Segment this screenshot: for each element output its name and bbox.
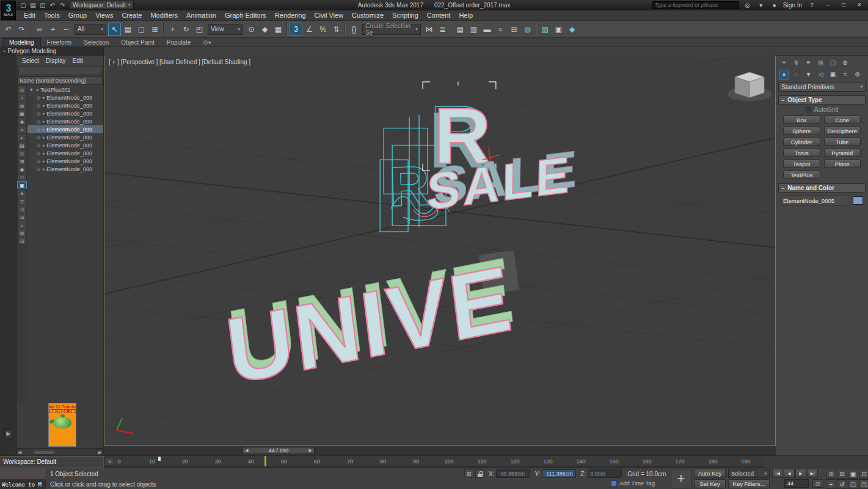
search-tools-icon[interactable]: ◎ xyxy=(743,1,753,9)
explorer-tool-icon-16[interactable]: ⊡ xyxy=(17,213,27,221)
help-search-input[interactable] xyxy=(655,2,737,8)
explorer-tool-icon-7[interactable]: ▤ xyxy=(17,141,27,150)
scroll-left-icon[interactable]: ◀ xyxy=(16,449,23,455)
select-and-link-icon[interactable]: ∞ xyxy=(33,23,46,36)
tree-row[interactable]: ◎●ElementNode_000 xyxy=(27,94,103,101)
menu-edit[interactable]: Edit xyxy=(20,12,40,19)
helpers-category-icon[interactable]: ▣ xyxy=(828,70,838,79)
torus-button[interactable]: Torus xyxy=(783,149,820,157)
tree-row[interactable]: ◎●ElementNode_000 xyxy=(27,117,103,125)
menu-views[interactable]: Views xyxy=(91,12,117,19)
help-icon[interactable]: ? xyxy=(806,1,818,9)
toggle-ribbon-icon[interactable]: ▬ xyxy=(481,23,494,36)
explorer-tool-icon-10[interactable]: ◉ xyxy=(17,165,27,174)
visibility-icon[interactable]: ◎ xyxy=(37,127,40,132)
visibility-icon[interactable]: ◎ xyxy=(37,135,40,140)
tree-row[interactable]: ◎●ElementNode_000 xyxy=(27,149,103,157)
geometry-type-dropdown[interactable]: Standard Primitives ▾ xyxy=(778,82,866,92)
angle-snap-icon[interactable]: ∠ xyxy=(303,23,316,36)
mirror-icon[interactable]: ⋈ xyxy=(423,23,436,36)
workspace-status-chip[interactable]: Workspace: Default xyxy=(0,456,104,468)
visibility-icon[interactable]: ◎ xyxy=(37,119,40,124)
sign-in-link[interactable]: Sign In xyxy=(783,2,802,9)
lights-category-icon[interactable]: ▼ xyxy=(803,70,814,79)
explorer-tool-icon-5[interactable]: ≈ xyxy=(17,125,27,134)
select-object-icon[interactable]: ↖ xyxy=(108,23,121,36)
undo-icon[interactable]: ↶ xyxy=(2,23,15,36)
zoom-region-icon[interactable]: ⊡ xyxy=(859,469,868,479)
y-coordinate-field[interactable]: -111.386cm xyxy=(542,469,576,478)
explorer-tool-icon-6[interactable]: ◐ xyxy=(17,133,27,142)
tree-row[interactable]: ◎●ElementNode_000 xyxy=(27,165,103,173)
x-coordinate-field[interactable]: -30.363cm xyxy=(496,469,530,478)
next-frame-icon[interactable]: ▶ xyxy=(309,448,312,453)
time-slider-handle[interactable]: ◀ 44 / 190 ▶ xyxy=(243,447,315,454)
set-key-button[interactable]: Set Key xyxy=(694,479,726,488)
tab-populate[interactable]: Populate xyxy=(161,39,197,46)
explorer-hscrollbar[interactable]: ◀ ▶ xyxy=(16,448,103,455)
time-configuration-icon[interactable]: ◷ xyxy=(812,479,823,488)
visibility-icon[interactable]: ◎ xyxy=(37,111,40,116)
systems-category-icon[interactable]: ⊛ xyxy=(852,70,863,79)
bind-to-space-warp-icon[interactable]: ∽ xyxy=(60,23,73,36)
pan-icon[interactable]: + xyxy=(826,479,836,489)
viewport-canvas[interactable]: R R R R SA xyxy=(104,56,775,445)
object-name-field[interactable]: ElementNode_0005 xyxy=(781,196,850,205)
align-icon[interactable]: ≣ xyxy=(436,23,449,36)
menu-group[interactable]: Group xyxy=(64,12,92,19)
select-and-scale-icon[interactable]: ◰ xyxy=(193,23,206,36)
previous-frame-button[interactable]: ◀ xyxy=(784,469,795,478)
visibility-icon[interactable]: ◎ xyxy=(37,103,40,108)
tree-row[interactable]: ◎●ElementNode_000 xyxy=(27,133,103,141)
autogrid-row[interactable]: AutoGrid xyxy=(778,105,866,114)
polygon-modeling-panel[interactable]: ▪ Polygon Modeling xyxy=(0,47,104,55)
tab-selection[interactable]: Selection xyxy=(78,39,115,46)
named-selection-sets-icon[interactable]: {} xyxy=(348,23,360,36)
explorer-menu-display[interactable]: Display xyxy=(46,57,66,64)
select-and-rotate-icon[interactable]: ↻ xyxy=(180,23,192,36)
absolute-mode-icon[interactable]: ⊞ xyxy=(464,469,473,478)
explorer-sort-header[interactable]: Name (Sorted Descending) xyxy=(17,76,103,85)
plane-button[interactable]: Plane xyxy=(824,160,861,168)
key-filter-mode-dropdown[interactable]: Selected ▾ xyxy=(728,469,770,478)
mini-curve-editor-icon[interactable]: ≈ xyxy=(106,457,114,466)
open-file-icon[interactable]: ▤ xyxy=(28,1,38,9)
tree-row[interactable]: ◎●ElementNode_000 xyxy=(27,157,103,165)
curve-editor-icon[interactable]: ≈ xyxy=(494,23,507,36)
zoom-icon[interactable]: ⊕ xyxy=(826,469,836,479)
viewport-label[interactable]: [ + ] [Perspective ] [User Defined ] [De… xyxy=(109,59,250,65)
tree-row[interactable]: ◎●ElementNode_000 xyxy=(27,141,103,149)
play-button[interactable]: ▶ xyxy=(795,469,806,478)
visibility-icon[interactable]: ◎ xyxy=(37,167,40,172)
hierarchy-tab-icon[interactable]: ≡ xyxy=(803,58,814,68)
material-editor-icon[interactable]: ◍ xyxy=(521,23,534,36)
schematic-view-icon[interactable]: ⊟ xyxy=(508,23,520,36)
cameras-category-icon[interactable]: ◁ xyxy=(815,70,826,79)
pyramid-button[interactable]: Pyramid xyxy=(824,149,861,157)
explorer-tool-icon-19[interactable]: ⊟ xyxy=(17,237,27,245)
scroll-right-icon[interactable]: ▶ xyxy=(97,449,103,455)
modify-tab-icon[interactable]: ↯ xyxy=(791,58,801,68)
go-to-start-button[interactable]: |◀ xyxy=(772,469,783,478)
set-key-large-button[interactable]: + xyxy=(671,469,691,488)
explorer-tool-icon-11[interactable]: □ xyxy=(17,173,27,182)
tab-freeform[interactable]: Freeform xyxy=(41,39,78,46)
toggle-scene-explorer-icon[interactable]: ▤ xyxy=(454,23,467,36)
object-color-swatch[interactable] xyxy=(853,196,863,205)
help-search-box[interactable] xyxy=(652,1,739,9)
go-to-end-button[interactable]: ▶| xyxy=(807,469,818,478)
explorer-tool-icon-18[interactable]: ▥ xyxy=(17,229,27,237)
explorer-tool-icon-2[interactable]: ◍ xyxy=(17,101,27,110)
current-frame-field[interactable]: 44 xyxy=(784,479,809,488)
selection-lock-icon[interactable] xyxy=(475,469,484,478)
object-type-rollout[interactable]: − Object Type xyxy=(778,95,866,105)
maximize-viewport-icon[interactable]: ◱ xyxy=(848,479,858,489)
explorer-tool-icon-9[interactable]: ⊞ xyxy=(17,157,27,166)
time-slider-track[interactable]: ◀ 44 / 190 ▶ xyxy=(104,446,776,455)
select-and-manipulate-icon[interactable]: ◆ xyxy=(258,23,271,36)
current-frame-marker[interactable] xyxy=(264,456,266,466)
tree-row-selected[interactable]: ◎●ElementNode_000 xyxy=(27,125,103,133)
close-button[interactable]: ✕ xyxy=(853,1,866,9)
explorer-tool-icon-4[interactable]: ◈ xyxy=(17,117,27,126)
menu-civil-view[interactable]: Civil View xyxy=(310,12,348,19)
